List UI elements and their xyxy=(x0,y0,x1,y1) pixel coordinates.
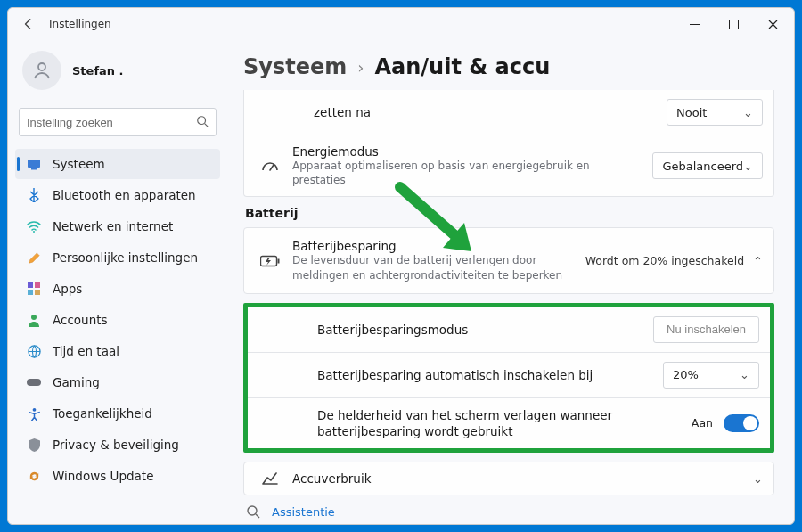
sidebar-item-label: Apps xyxy=(53,282,82,296)
sidebar: Stefan . Systeem Bluetooth en apparaten … xyxy=(8,40,229,524)
breadcrumb: Systeem › Aan/uit & accu xyxy=(243,54,774,79)
dropdown-value: Gebalanceerd xyxy=(662,160,743,173)
sidebar-item-persoonlijk[interactable]: Persoonlijke instellingen xyxy=(15,242,220,273)
breadcrumb-parent[interactable]: Systeem xyxy=(243,54,347,79)
gamepad-icon xyxy=(26,374,42,390)
row-label: De helderheid van het scherm verlagen wa… xyxy=(317,407,683,439)
sidebar-item-privacy[interactable]: Privacy & beveiliging xyxy=(15,430,220,460)
svg-point-17 xyxy=(248,506,257,515)
window-title: Instellingen xyxy=(49,18,111,30)
dropdown-value: Nooit xyxy=(676,106,707,119)
footer-links: Assistentie Feedback geven xyxy=(245,504,774,524)
shield-icon xyxy=(26,437,42,453)
row-screen-off[interactable]: zetten na Nooit ⌄ xyxy=(244,90,773,135)
svg-rect-4 xyxy=(28,160,40,168)
svg-rect-10 xyxy=(35,290,40,295)
sidebar-nav: Systeem Bluetooth en apparaten Netwerk e… xyxy=(15,149,220,491)
row-energy-mode[interactable]: Energiemodus Apparaat optimaliseren op b… xyxy=(244,135,773,196)
search-input[interactable] xyxy=(27,116,196,129)
row-label: Energiemodus xyxy=(292,144,643,159)
gauge-icon xyxy=(257,160,283,172)
sidebar-item-label: Gaming xyxy=(53,375,100,389)
sidebar-item-apps[interactable]: Apps xyxy=(15,274,220,304)
svg-rect-8 xyxy=(35,282,40,288)
chevron-down-icon: ⌄ xyxy=(743,106,753,119)
sidebar-item-label: Tijd en taal xyxy=(53,344,119,358)
svg-point-6 xyxy=(33,231,35,233)
svg-rect-7 xyxy=(28,282,33,288)
enable-now-button[interactable]: Nu inschakelen xyxy=(653,316,759,343)
battery-saver-icon xyxy=(257,255,283,267)
sidebar-item-label: Windows Update xyxy=(53,469,153,483)
svg-point-3 xyxy=(198,116,206,124)
sidebar-item-systeem[interactable]: Systeem xyxy=(15,149,220,179)
main-content: Systeem › Aan/uit & accu zetten na Nooit… xyxy=(229,40,794,524)
svg-rect-5 xyxy=(31,168,37,170)
card-battery-usage: Accuverbruik ⌄ xyxy=(243,462,774,495)
page-title: Aan/uit & accu xyxy=(374,54,550,79)
back-button[interactable] xyxy=(17,12,40,36)
window-controls xyxy=(675,10,792,38)
row-label: Batterijbesparing automatisch inschakele… xyxy=(317,368,654,382)
sidebar-item-label: Accounts xyxy=(53,313,108,327)
person-icon xyxy=(26,312,42,328)
help-icon xyxy=(245,504,261,519)
sidebar-item-bluetooth[interactable]: Bluetooth en apparaten xyxy=(15,180,220,210)
sidebar-item-gaming[interactable]: Gaming xyxy=(15,367,220,397)
sidebar-item-update[interactable]: Windows Update xyxy=(15,461,220,491)
svg-rect-16 xyxy=(278,258,280,263)
row-battery-saver[interactable]: Batterijbesparing De levensduur van de b… xyxy=(244,228,773,292)
row-battery-usage[interactable]: Accuverbruik ⌄ xyxy=(244,462,773,495)
card-power: zetten na Nooit ⌄ Energiemodus Appar xyxy=(243,90,774,197)
svg-point-14 xyxy=(32,407,36,411)
window-body: Stefan . Systeem Bluetooth en apparaten … xyxy=(8,40,794,524)
auto-threshold-dropdown[interactable]: 20% ⌄ xyxy=(663,362,759,389)
pencil-icon xyxy=(26,250,42,266)
svg-point-11 xyxy=(31,315,37,320)
section-heading-batterij: Batterij xyxy=(245,206,774,220)
row-label: Batterijbesparing xyxy=(292,239,577,253)
update-icon xyxy=(26,468,42,484)
row-desc: De levensduur van de batterij verlengen … xyxy=(292,253,577,282)
minimize-button[interactable] xyxy=(675,10,714,38)
sidebar-item-netwerk[interactable]: Netwerk en internet xyxy=(15,211,220,241)
row-battery-saver-mode: Batterijbesparingsmodus Nu inschakelen xyxy=(248,307,770,352)
sidebar-item-label: Systeem xyxy=(53,157,105,171)
maximize-button[interactable] xyxy=(714,10,753,38)
screen-off-dropdown[interactable]: Nooit ⌄ xyxy=(667,99,763,126)
row-battery-saver-auto: Batterijbesparing automatisch inschakele… xyxy=(248,352,770,397)
grid-icon xyxy=(26,281,42,297)
chevron-down-icon: ⌄ xyxy=(740,368,749,381)
svg-rect-1 xyxy=(729,20,738,29)
brightness-toggle[interactable] xyxy=(724,414,759,432)
chevron-down-icon: ⌄ xyxy=(743,160,753,173)
bluetooth-icon xyxy=(26,187,42,203)
link-label: Assistentie xyxy=(272,505,335,519)
chevron-down-icon: ⌄ xyxy=(753,472,763,486)
chevron-up-icon: ⌄ xyxy=(753,254,763,267)
chevron-right-icon: › xyxy=(357,58,364,77)
sidebar-item-label: Bluetooth en apparaten xyxy=(53,188,196,202)
svg-point-2 xyxy=(38,63,45,70)
svg-rect-9 xyxy=(28,290,33,295)
card-battery-saver-header: Batterijbesparing De levensduur van de b… xyxy=(243,227,774,293)
card-battery-saver-details: Batterijbesparingsmodus Nu inschakelen B… xyxy=(243,303,774,453)
sidebar-item-label: Persoonlijke instellingen xyxy=(53,250,198,265)
energy-mode-dropdown[interactable]: Gebalanceerd ⌄ xyxy=(652,152,763,179)
account-header[interactable]: Stefan . xyxy=(15,45,220,102)
toggle-state: Aan xyxy=(692,416,713,430)
sidebar-search[interactable] xyxy=(19,108,217,136)
globe-icon xyxy=(26,343,42,359)
sidebar-item-tijd-taal[interactable]: Tijd en taal xyxy=(15,336,220,366)
sidebar-item-accounts[interactable]: Accounts xyxy=(15,305,220,335)
search-icon xyxy=(196,115,209,130)
user-name: Stefan . xyxy=(72,64,124,78)
wifi-icon xyxy=(26,218,42,234)
sidebar-item-label: Privacy & beveiliging xyxy=(53,438,179,452)
svg-rect-0 xyxy=(690,24,700,25)
display-icon xyxy=(26,156,42,172)
close-button[interactable] xyxy=(753,10,792,38)
row-label: Batterijbesparingsmodus xyxy=(317,323,644,337)
sidebar-item-toegankelijkheid[interactable]: Toegankelijkheid xyxy=(15,398,220,429)
link-assistentie[interactable]: Assistentie xyxy=(245,504,774,519)
